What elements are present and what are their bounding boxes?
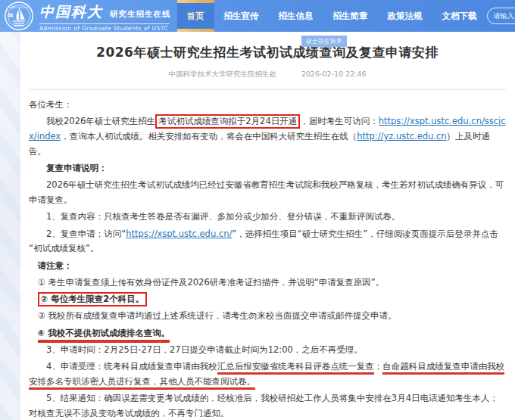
search-box[interactable] bbox=[487, 8, 515, 24]
article-date: 2026-02-10 22:46 bbox=[301, 70, 367, 78]
brand-tagline: 研究生招生在线 bbox=[110, 9, 171, 20]
page-title: 2026年硕士研究生招生考试初试成绩查询及复查申请安排 bbox=[29, 44, 506, 61]
notice-item-4: ④ 我校不提供初试成绩排名查询。 bbox=[29, 326, 506, 341]
review-item-3: 3、申请时间：2月25日-27日，27日提交申请截止时间为12:00，之后不再受… bbox=[29, 343, 506, 358]
notice-heading: 请注意： bbox=[29, 259, 506, 274]
brand-block: 中国科学技术大学 1958 中国科大 研究生招生在线 Admission of … bbox=[0, 0, 171, 32]
yz-site-link[interactable]: http://yz.ustc.edu.cn bbox=[357, 131, 446, 142]
university-seal-logo: 中国科学技术大学 1958 bbox=[3, 2, 35, 32]
nav-item-downloads[interactable]: 文档下载 bbox=[432, 0, 487, 32]
review-item-4-text: ； bbox=[374, 361, 383, 372]
review-item-2: 2、复查申请：访问“https://xspt.ustc.edu.cn/”，选择招… bbox=[29, 227, 506, 257]
nav-item-policies[interactable]: 政策法规 bbox=[378, 0, 432, 32]
nav-item-label: 政策法规 bbox=[388, 11, 423, 22]
notice-item-2: ② 每位考生限查2个科目。 bbox=[29, 292, 506, 307]
article-source: 中国科学技术大学研究生院招生处 bbox=[168, 70, 276, 78]
intro-text: ，查询本人初试成绩。相关安排如有变动，将会在中国科大研究生招生在线（ bbox=[61, 131, 357, 142]
intro-paragraph: 我校2026年硕士研究生招生考试初试成绩查询拟于2月24日开通，届时考生可访问：… bbox=[29, 114, 506, 159]
title-divider bbox=[29, 89, 506, 90]
brand-divider bbox=[39, 23, 170, 24]
no-ranking-highlight: ④ 我校不提供初试成绩排名查询。 bbox=[38, 328, 170, 343]
review-intro-paragraph: 2026年硕士研究生招生考试初试成绩均已经过安徽省教育招生考试院和我校严格复核，… bbox=[29, 178, 506, 208]
left-decorative-strip bbox=[0, 32, 20, 420]
review-item-4-text: 4、申请受理：统考科目成绩复查申请由我校 bbox=[46, 361, 217, 372]
score-query-highlight: 考试初试成绩查询拟于2月24日开通 bbox=[155, 114, 300, 129]
nav-item-admissions-publicity[interactable]: 招生宣传 bbox=[214, 0, 269, 32]
notice-item-1: ① 考生申请复查须上传有效身份证件及2026研考准考证扫描件，并说明“申请复查原… bbox=[29, 275, 506, 291]
nav-item-label: 首页 bbox=[187, 11, 204, 22]
article-meta: 中国科学技术大学研究生院招生处 2026-02-10 22:46 bbox=[29, 70, 506, 79]
nav-item-label: 招生简章 bbox=[333, 11, 368, 22]
unified-review-highlight: 汇总后报安徽省统考科目评卷点统一复查 bbox=[217, 361, 374, 375]
review-item-1: 1、复查内容：只核查考生答卷是否有漏评、多加分或少加分、登分错误，不重新评阅试卷… bbox=[29, 210, 506, 225]
site-header: 中国科学技术大学 1958 中国科大 研究生招生在线 Admission of … bbox=[0, 0, 515, 32]
article-body: 各位考生： 我校2026年硕士研究生招生考试初试成绩查询拟于2月24日开通，届时… bbox=[29, 98, 506, 420]
article: 2026年硕士研究生招生考试初试成绩查询及复查申请安排 中国科学技术大学研究生院… bbox=[20, 32, 515, 420]
review-item-5: 5、结果通知：确因误差需变更考试成绩的，经核准后，我校研招处工作人员将集中安排在… bbox=[29, 391, 506, 420]
nav-item-label: 招生宣传 bbox=[224, 11, 259, 22]
brand-text: 中国科大 研究生招生在线 Admission of Graduate Stude… bbox=[39, 0, 171, 32]
salutation: 各位考生： bbox=[29, 98, 506, 113]
page: 中国科学技术大学 1958 中国科大 研究生招生在线 Admission of … bbox=[0, 0, 515, 420]
nav-item-label: 招生信息 bbox=[279, 11, 314, 22]
nav-item-admissions-info[interactable]: 招生信息 bbox=[269, 0, 323, 32]
seal-year: 1958 bbox=[8, 14, 14, 17]
nav-dropdown-item[interactable]: 硕士招生简章 bbox=[301, 36, 347, 47]
nav-item-label: 文档下载 bbox=[442, 11, 477, 22]
review-instructions-heading: 复查申请说明： bbox=[29, 161, 506, 176]
review-item-4: 4、申请受理：统考科目成绩复查申请由我校汇总后报安徽省统考科目评卷点统一复查；自… bbox=[29, 359, 506, 390]
notice-item-3: ③ 我校所有成绩复查申请均通过上述系统进行，请考生勿来校当面提交申请或邮件提交申… bbox=[29, 309, 506, 324]
review-item-2-text: 2、复查申请：访问“ bbox=[46, 229, 126, 239]
brand-name: 中国科大 bbox=[39, 2, 103, 22]
nav-item-home[interactable]: 首页 bbox=[177, 0, 214, 32]
intro-text: ，届时考生可访问： bbox=[300, 116, 379, 126]
subject-limit-highlight: ② 每位考生限查2个科目。 bbox=[38, 292, 148, 306]
brand-tagline-en: Admission of Graduate Students of USTC bbox=[39, 25, 171, 32]
intro-text: 我校2026年硕士研究生招生 bbox=[46, 116, 155, 126]
nav-item-admissions-guide[interactable]: 招生简章 bbox=[323, 0, 378, 32]
search-input[interactable] bbox=[494, 12, 515, 20]
content-area: 2026年硕士研究生招生考试初试成绩查询及复查申请安排 中国科学技术大学研究生院… bbox=[0, 32, 515, 420]
xspt-portal-link[interactable]: https://xspt.ustc.edu.cn/ bbox=[126, 229, 232, 239]
main-nav: 首页 招生宣传 招生信息 招生简章 政策法规 文档下载 bbox=[177, 0, 515, 32]
